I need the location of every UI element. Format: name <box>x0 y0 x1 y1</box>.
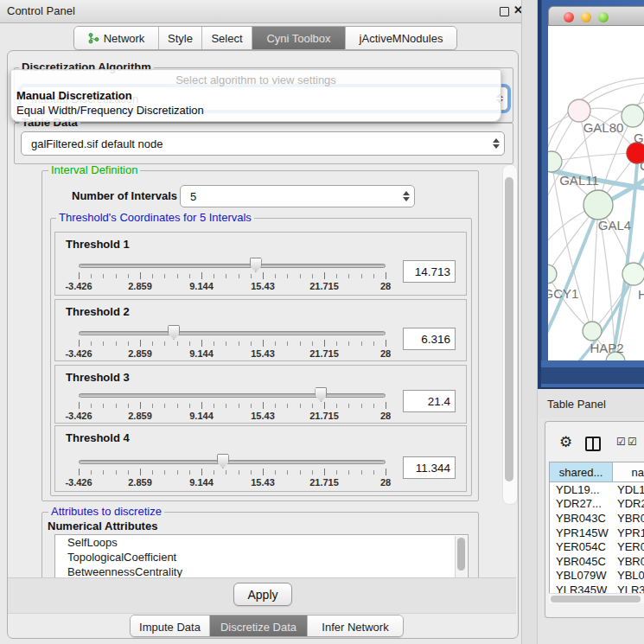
zoom-traffic-light[interactable] <box>598 12 609 22</box>
slider-thumb[interactable] <box>250 258 262 272</box>
tab-discretize-data[interactable]: Discretize Data <box>210 615 308 637</box>
threshold-4-slider[interactable]: -3.426 2.859 9.144 15.43 21.715 28 <box>79 453 386 489</box>
table-panel-header: Table Panel <box>538 389 644 418</box>
gear-icon[interactable]: ⚙ <box>559 435 572 450</box>
slider-track[interactable] <box>79 393 386 398</box>
popup-option-equal-width[interactable]: Equal Width/Frequency Discretization <box>14 104 204 117</box>
list-scrollbar-thumb[interactable] <box>457 538 465 571</box>
popup-option-manual[interactable]: Manual Discretization <box>14 89 132 102</box>
slider-thumb[interactable] <box>217 454 229 469</box>
control-panel-titlebar: Control Panel ✕ <box>0 0 521 23</box>
window-frame <box>541 360 644 367</box>
threshold-3-slider[interactable]: -3.426 2.859 9.144 15.43 21.715 28 <box>79 386 386 423</box>
table-row[interactable]: YBR045CYBR0 <box>550 554 644 569</box>
tab-infer-network[interactable]: Infer Network <box>308 615 403 637</box>
table-row[interactable]: YPR145WYPR1 <box>550 526 644 540</box>
threshold-1-panel: Threshold 1 -3.426 2.859 9.144 15.43 21.… <box>54 232 467 296</box>
table-data-value: galFiltered.sif default node <box>22 137 488 150</box>
svg-text:GA: GA <box>634 131 644 145</box>
checkbox-icon[interactable]: ☑ <box>616 436 626 448</box>
node-gal4[interactable] <box>583 190 613 220</box>
popup-hint: Select algorithm to view settings <box>11 73 501 86</box>
tab-label: Cyni Toolbox <box>266 32 330 45</box>
tab-network[interactable]: Network <box>74 27 159 49</box>
apply-button[interactable]: Apply <box>233 583 292 606</box>
control-panel: Control Panel ✕ Network Style Select Cyn… <box>0 0 521 644</box>
tab-style[interactable]: Style <box>159 27 202 49</box>
panel-scrollbar-thumb[interactable] <box>505 177 513 481</box>
close-traffic-light[interactable] <box>564 12 574 22</box>
column-header-name[interactable]: na <box>613 462 644 481</box>
number-of-intervals-value: 5 <box>181 190 399 203</box>
slider-major-ticks <box>79 469 386 475</box>
algorithm-dropdown-popup: Select algorithm to view settings Manual… <box>10 69 501 122</box>
svg-text:HAP2: HAP2 <box>590 341 623 355</box>
threshold-label: Threshold 4 <box>66 431 130 444</box>
panel-title: Control Panel <box>7 4 75 17</box>
tab-cyni-toolbox[interactable]: Cyni Toolbox <box>252 27 346 49</box>
threshold-label: Threshold 2 <box>66 305 130 318</box>
panel-scrollbar[interactable] <box>502 164 518 505</box>
node-gal11[interactable] <box>548 151 562 172</box>
slider-tick-labels: -3.426 2.859 9.144 15.43 21.715 28 <box>79 411 386 421</box>
threshold-3-panel: Threshold 3 -3.426 2.859 9.144 15.43 21.… <box>54 365 467 424</box>
threshold-value-input[interactable] <box>403 328 456 350</box>
minimize-traffic-light[interactable] <box>581 12 591 22</box>
list-item[interactable]: TopologicalCoefficient <box>55 550 468 564</box>
checkbox-icon[interactable]: ☑ <box>628 436 637 448</box>
slider-thumb[interactable] <box>315 387 327 402</box>
table-row[interactable]: YBR043CYBR0 <box>550 511 644 526</box>
node-hap2[interactable] <box>583 322 602 341</box>
network-window-titlebar[interactable] <box>548 6 644 26</box>
split-view-icon[interactable] <box>585 437 601 451</box>
column-header-shared-name[interactable]: shared... <box>550 462 613 481</box>
network-view-window: GAL80 GA C GAL11 GAL4 GCY1 H HAP2 <box>538 0 644 389</box>
table-panel-frame: ⚙ ☑ ☑ shared... na YDL19...YDL1 YDR27...… <box>545 421 644 618</box>
table-row[interactable]: YER054CYER0 <box>550 539 644 554</box>
node-gal80[interactable] <box>568 99 590 122</box>
list-scrollbar[interactable] <box>455 536 467 577</box>
svg-text:C: C <box>640 158 644 173</box>
table-data-combobox[interactable]: galFiltered.sif default node <box>21 131 505 156</box>
table-horizontal-scrollbar[interactable] <box>549 593 644 603</box>
table-horizontal-scrollbar-thumb[interactable] <box>551 596 641 603</box>
tab-label: Network <box>104 32 145 45</box>
node-gcy1[interactable] <box>548 265 557 284</box>
table-row[interactable]: YDR27...YDR2 <box>550 497 644 512</box>
bottom-tab-bar: Impute Data Discretize Data Infer Networ… <box>130 615 404 637</box>
threshold-2-slider[interactable]: -3.426 2.859 9.144 15.43 21.715 28 <box>79 324 386 360</box>
node-top-right[interactable] <box>622 105 644 127</box>
window-frame <box>541 367 644 384</box>
table-row[interactable]: YDL19...YDL1 <box>550 482 644 497</box>
table-row[interactable]: YBL079WYBL0 <box>550 569 644 583</box>
threshold-value-input[interactable] <box>403 390 456 412</box>
slider-thumb[interactable] <box>168 325 180 340</box>
tab-label: Impute Data <box>139 621 201 634</box>
list-item[interactable]: SelfLoops <box>55 535 468 550</box>
slider-track[interactable] <box>79 460 386 464</box>
svg-text:GAL11: GAL11 <box>559 173 599 188</box>
right-region: GAL80 GA C GAL11 GAL4 GCY1 H HAP2 Table … <box>538 0 644 644</box>
threshold-1-slider[interactable]: -3.426 2.859 9.144 15.43 21.715 28 <box>79 257 386 293</box>
tab-select[interactable]: Select <box>202 27 252 49</box>
panel-divider[interactable] <box>521 0 538 644</box>
tab-label: Style <box>168 32 193 45</box>
tab-label: Discretize Data <box>220 621 296 634</box>
threshold-4-panel: Threshold 4 -3.426 2.859 9.144 15.43 21.… <box>54 425 467 492</box>
number-of-intervals-combobox[interactable]: 5 <box>180 185 415 207</box>
slider-tick-labels: -3.426 2.859 9.144 15.43 21.715 28 <box>79 477 386 488</box>
node-table: shared... na YDL19...YDL1 YDR27...YDR2 Y… <box>549 462 644 602</box>
threshold-value-input[interactable] <box>403 456 456 479</box>
node-h[interactable] <box>622 263 644 285</box>
slider-track[interactable] <box>79 264 386 268</box>
numerical-attributes-list[interactable]: SelfLoops TopologicalCoefficient Between… <box>54 534 469 579</box>
slider-track[interactable] <box>79 331 386 335</box>
tab-impute-data[interactable]: Impute Data <box>131 615 210 637</box>
float-window-icon[interactable] <box>500 7 509 16</box>
threshold-value-input[interactable] <box>403 260 456 283</box>
tab-label: Infer Network <box>322 621 388 634</box>
network-canvas[interactable]: GAL80 GA C GAL11 GAL4 GCY1 H HAP2 <box>548 26 644 360</box>
svg-text:GAL80: GAL80 <box>583 120 624 135</box>
slider-major-ticks <box>79 402 386 409</box>
tab-jactivemnodules[interactable]: jActiveMNodules <box>346 27 456 49</box>
